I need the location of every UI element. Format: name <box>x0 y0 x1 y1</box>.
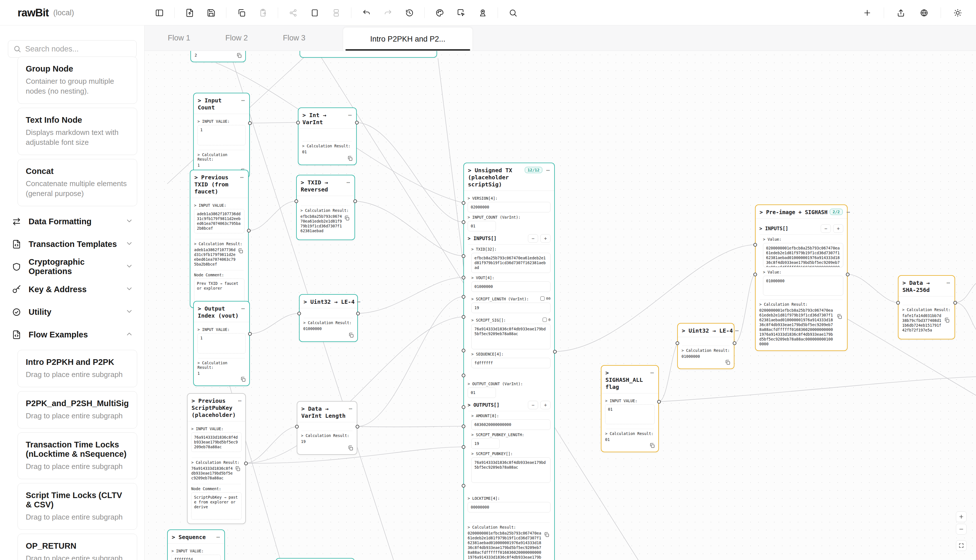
copy-icon[interactable] <box>235 466 241 472</box>
port[interactable] <box>462 445 465 449</box>
node-menu-button[interactable]: ⋯ <box>217 534 220 541</box>
port[interactable] <box>753 243 757 247</box>
copy-icon[interactable] <box>344 215 350 222</box>
library-card-concat[interactable]: Concat Concatenate multiple elements (ge… <box>18 159 137 206</box>
port[interactable] <box>355 121 359 125</box>
port[interactable] <box>953 301 957 305</box>
node-menu-button[interactable]: ⋯ <box>357 298 361 305</box>
tab-flow-1[interactable]: Flow 1 <box>156 25 202 51</box>
port[interactable] <box>846 273 849 276</box>
node-menu-button[interactable]: ⋯ <box>947 280 951 287</box>
port[interactable] <box>462 373 465 377</box>
node-data-varint-length[interactable]: > Data → VarInt Length⋯ > Calculation Re… <box>297 401 357 455</box>
copy-icon[interactable] <box>944 317 950 323</box>
node-menu-button[interactable]: ⋯ <box>349 405 353 412</box>
port[interactable] <box>657 400 661 403</box>
paste-button[interactable] <box>256 6 269 19</box>
port[interactable] <box>244 462 248 465</box>
input-count-field[interactable]: 01 <box>468 221 496 232</box>
library-card-group-node[interactable]: Group Node Container to group multiple n… <box>18 57 137 104</box>
port[interactable] <box>462 425 465 428</box>
node-menu-button[interactable]: ⋯ <box>241 305 245 312</box>
port[interactable] <box>462 295 465 299</box>
copy-icon[interactable] <box>236 53 242 59</box>
example-card-op-return[interactable]: OP_RETURN Drag to place entire subgraph <box>18 534 137 560</box>
node-input-field[interactable]: adeb1a3862f107736dd31c9fb179f9811d2eebed… <box>194 209 244 233</box>
copy-icon[interactable] <box>240 377 247 383</box>
script-length-field[interactable]: 19 <box>471 303 551 313</box>
remove-input-button[interactable]: − <box>821 224 831 233</box>
copy-icon[interactable] <box>836 314 843 320</box>
node-input-field[interactable]: fffffffd <box>172 555 221 560</box>
export-share-button[interactable] <box>894 6 907 19</box>
sequence-field[interactable]: fdffffff <box>471 358 551 368</box>
copy-icon[interactable] <box>544 532 550 538</box>
port[interactable] <box>733 342 736 345</box>
value-field-2[interactable]: 01000000 <box>763 276 843 295</box>
version-field[interactable]: 02000000 <box>468 202 551 212</box>
node-data-sha256d[interactable]: > Data → SHA-256d⋯ > Calculation Result:… <box>898 275 955 339</box>
port[interactable] <box>248 332 252 336</box>
port[interactable] <box>896 301 900 305</box>
sidebar-category-transaction-templates[interactable]: Transaction Templates <box>0 233 145 255</box>
copy-button[interactable] <box>235 6 248 19</box>
txid-field[interactable]: efbcb8a25b793c067470ea61edeb2e1d81f979b1… <box>471 253 551 273</box>
port[interactable] <box>248 121 252 125</box>
new-flow-button[interactable] <box>861 6 874 19</box>
tab-intro-p2pkh-active[interactable]: Intro P2PKH and P2... <box>343 27 473 51</box>
locktime-field[interactable]: 00000000 <box>468 502 551 512</box>
node-uint32-le4-left[interactable]: > Uint32 → LE-4⋯ > Calculation Result: 0… <box>299 294 358 342</box>
port[interactable] <box>462 220 465 224</box>
tab-flow-2[interactable]: Flow 2 <box>214 25 260 51</box>
script-sig-checkbox[interactable] <box>542 318 547 322</box>
script-pubkey-length-field[interactable]: 19 <box>471 438 500 449</box>
node-input-field[interactable]: 01 <box>605 405 655 424</box>
tab-flow-3[interactable]: Flow 3 <box>271 25 317 51</box>
copy-icon[interactable] <box>725 360 731 366</box>
sidebar-category-data-formatting[interactable]: Data Formatting <box>0 210 145 233</box>
port[interactable] <box>296 121 300 125</box>
sidebar-category-flow-examples[interactable]: Flow Examples <box>0 323 145 346</box>
node-menu-button[interactable]: ⋯ <box>238 397 242 405</box>
copy-icon[interactable] <box>649 443 656 449</box>
select-tool-button[interactable] <box>455 6 468 19</box>
node-previous-txid[interactable]: > Previous TXID (from faucet)⋯ > INPUT V… <box>190 170 249 308</box>
language-button[interactable] <box>918 6 931 19</box>
example-card-script-time-locks[interactable]: Script Time Locks (CLTV & CSV) Drag to p… <box>18 483 137 530</box>
port[interactable] <box>462 276 465 280</box>
flow-canvas[interactable]: 2 > Input Count⋯ > INPUT VALUE: 1 > Calc… <box>145 51 976 560</box>
minimap-button[interactable] <box>476 6 489 19</box>
node-preimage-sighash[interactable]: > Pre-image + SIGHASH 2/2 ⋯ > INPUTS[] −… <box>755 205 848 351</box>
add-input-button[interactable]: + <box>833 224 843 233</box>
add-output-button[interactable]: + <box>541 401 551 409</box>
port[interactable] <box>462 201 465 205</box>
node-sequence[interactable]: > Sequence⋯ > INPUT VALUE: fffffffd <box>167 530 225 560</box>
port[interactable] <box>462 405 465 409</box>
node-uint32-le4-right[interactable]: > Uint32 → LE-4⋯ > Calculation Result: 0… <box>677 323 734 369</box>
sidebar-category-cryptographic-operations[interactable]: Cryptographic Operations <box>0 255 145 278</box>
script-sig-field[interactable]: 76a914333d1836c8f4db933eae179bd5bf5ec920… <box>471 324 551 349</box>
node-input-field[interactable]: 1 <box>197 125 245 145</box>
port[interactable] <box>295 425 299 428</box>
share-graph-button[interactable] <box>287 6 300 19</box>
port[interactable] <box>355 425 359 428</box>
sidebar-category-utility[interactable]: Utility <box>0 301 145 323</box>
port[interactable] <box>553 350 557 353</box>
node-menu-button[interactable]: ⋯ <box>546 167 550 174</box>
example-card-intro-p2pkh[interactable]: Intro P2PKH and P2PK Drag to place entir… <box>18 350 137 387</box>
remove-output-button[interactable]: − <box>528 401 538 409</box>
redo-button[interactable] <box>381 6 394 19</box>
node-version-partial[interactable]: 2 <box>190 51 246 62</box>
port[interactable] <box>462 484 465 488</box>
node-input-field[interactable]: 1 <box>197 333 245 353</box>
port[interactable] <box>676 342 679 345</box>
port[interactable] <box>462 349 465 352</box>
copy-icon[interactable] <box>347 155 353 162</box>
vout-field[interactable]: 01000000 <box>471 282 551 292</box>
node-sighash-all-flag[interactable]: > SIGHASH_ALL flag⋯ > INPUT VALUE: 01 > … <box>601 365 659 452</box>
node-output-index[interactable]: > Output Index (vout)⋯ > INPUT VALUE: 1 … <box>193 301 250 386</box>
port[interactable] <box>753 273 757 276</box>
value-field-1[interactable]: 0200000001efbcb8a25b793c067470ea61edeb2e… <box>763 243 843 267</box>
import-file-button[interactable] <box>183 6 196 19</box>
port[interactable] <box>462 315 465 319</box>
